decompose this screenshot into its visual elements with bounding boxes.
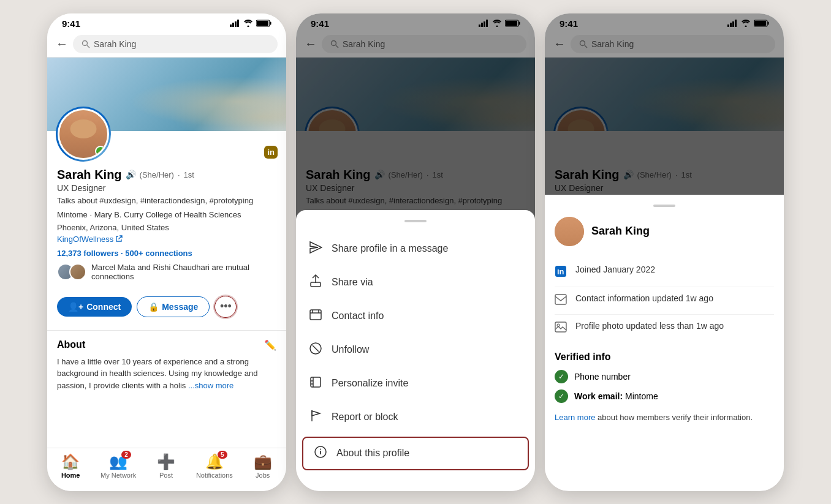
avatar-wrap-1 <box>56 107 111 162</box>
hashtags-1: Talks about #uxdesign, #interactiondesig… <box>57 195 276 206</box>
status-icons-3 <box>727 20 769 27</box>
svg-rect-3 <box>237 20 239 27</box>
svg-rect-11 <box>484 21 485 27</box>
info-row-contact: Contact information updated 1w ago <box>555 287 774 315</box>
sheet-item-share-via[interactable]: Share via <box>296 266 535 299</box>
joined-text: Joined January 2022 <box>575 265 655 274</box>
search-icon-1 <box>82 40 90 48</box>
wifi-icon-3 <box>741 20 751 27</box>
nav-notifications-1[interactable]: 🔔 5 Notifications <box>196 453 233 479</box>
search-icon-2 <box>330 40 339 48</box>
back-button-1[interactable]: ← <box>56 37 68 51</box>
nav-home-label-1: Home <box>61 472 80 479</box>
avatar-ring-1 <box>56 107 111 162</box>
status-icons-2 <box>479 20 520 27</box>
time-2: 9:41 <box>311 18 329 29</box>
jobs-icon-1: 💼 <box>254 453 272 470</box>
svg-rect-10 <box>481 23 483 27</box>
nav-notifications-label-1: Notifications <box>196 472 233 479</box>
nav-jobs-icon-wrap-1: 💼 <box>254 453 272 470</box>
sheet-item-personalize[interactable]: Personalize invite <box>296 367 535 401</box>
svg-rect-35 <box>727 24 729 27</box>
svg-rect-27 <box>311 377 321 387</box>
sheet-item-about-profile[interactable]: About this profile <box>302 437 529 470</box>
search-input-wrap-2: Sarah King <box>322 35 526 53</box>
svg-rect-40 <box>754 21 766 26</box>
contact-icon <box>308 308 323 325</box>
svg-rect-47 <box>555 322 566 332</box>
contact-info-label: Contact info <box>332 310 384 322</box>
time-1: 9:41 <box>62 18 80 29</box>
svg-rect-36 <box>730 23 732 27</box>
svg-marker-18 <box>310 242 322 253</box>
learn-more-link[interactable]: Learn more <box>555 413 595 422</box>
panel-handle <box>653 205 675 207</box>
search-text-2: Sarah King <box>343 39 385 49</box>
nav-home-1[interactable]: 🏠 Home <box>54 453 88 479</box>
nav-network-icon-wrap-1: 👥 2 <box>109 453 127 470</box>
online-indicator-1 <box>95 146 106 157</box>
svg-rect-41 <box>768 22 769 25</box>
svg-line-17 <box>336 45 338 48</box>
followers-count-1: 12,373 followers <box>57 249 118 258</box>
send-icon <box>308 241 323 257</box>
nav-network-1[interactable]: 👥 2 My Network <box>101 453 136 479</box>
sheet-item-report[interactable]: Report or block <box>296 401 535 434</box>
profile-name-3b: Sarah King <box>555 168 620 182</box>
info-icon <box>313 445 328 462</box>
unfollow-label: Unfollow <box>332 344 369 355</box>
sheet-item-unfollow[interactable]: Unfollow <box>296 333 535 367</box>
cover-photo-3: in <box>545 58 784 131</box>
sheet-item-share-message[interactable]: Share profile in a message <box>296 232 535 266</box>
image-icon <box>555 322 568 336</box>
network-badge-1: 2 <box>121 451 131 459</box>
followers-row-1: 12,373 followers · 500+ connections <box>57 249 276 258</box>
signal-icon-2 <box>479 20 489 27</box>
mutual-avatar-2 <box>69 263 86 280</box>
linkedin-badge-1: in <box>264 146 278 159</box>
svg-rect-5 <box>257 21 268 26</box>
about-title-1: About <box>57 339 85 350</box>
panel-name: Sarah King <box>591 225 650 238</box>
svg-rect-37 <box>732 21 734 27</box>
profile-link-1[interactable]: KingOfWellness <box>57 235 276 244</box>
nav-jobs-1[interactable]: 💼 Jobs <box>246 453 279 479</box>
time-3: 9:41 <box>560 18 578 29</box>
envelope-icon <box>555 294 568 308</box>
phones-container: 9:41 ← Sarah King <box>47 13 784 491</box>
wifi-icon-2 <box>492 20 502 27</box>
bottom-nav-1: 🏠 Home 👥 2 My Network ➕ Post 🔔 <box>47 448 286 491</box>
svg-point-16 <box>332 40 336 45</box>
post-icon-1: ➕ <box>157 453 175 470</box>
learn-more-trailing: about how members verify their informati… <box>598 413 753 422</box>
svg-text:in: in <box>557 267 564 276</box>
search-icon-3b <box>579 40 588 48</box>
connect-button-1[interactable]: 👤+ Connect <box>57 297 132 317</box>
mutual-row-1: Marcel Mata and Rishi Chaudhari are mutu… <box>57 263 276 281</box>
linkedin-info-icon: in <box>555 265 568 280</box>
search-input-wrap-1[interactable]: Sarah King <box>73 35 278 53</box>
home-icon-1: 🏠 <box>61 453 80 470</box>
svg-rect-6 <box>270 22 271 25</box>
panel-user-row: Sarah King <box>555 217 774 246</box>
status-bar-2: 9:41 <box>296 13 535 31</box>
edit-icon-1[interactable]: ✏️ <box>264 339 276 351</box>
svg-point-34 <box>320 448 321 449</box>
show-more-1[interactable]: ...show more <box>188 381 233 390</box>
nav-post-1[interactable]: ➕ Post <box>150 453 183 479</box>
bottom-sheet-2: Share profile in a message Share via Con… <box>296 210 535 491</box>
svg-rect-46 <box>555 295 566 304</box>
message-button-1[interactable]: 🔒 Message <box>137 296 210 317</box>
svg-rect-12 <box>486 20 488 27</box>
svg-line-43 <box>585 45 587 48</box>
nav-notif-icon-wrap-1: 🔔 5 <box>205 453 224 470</box>
mutual-text-1: Marcel Mata and Rishi Chaudhari are mutu… <box>91 263 276 281</box>
sheet-item-contact-info[interactable]: Contact info <box>296 299 535 333</box>
svg-point-42 <box>580 40 585 45</box>
action-btns-1: 👤+ Connect 🔒 Message ••• <box>47 296 286 325</box>
about-profile-label: About this profile <box>336 448 409 459</box>
connections-link-1[interactable]: 500+ connections <box>125 249 192 258</box>
more-button-1[interactable]: ••• <box>214 296 237 318</box>
lock-icon-1: 🔒 <box>148 302 159 312</box>
signal-icon-3 <box>727 20 738 27</box>
